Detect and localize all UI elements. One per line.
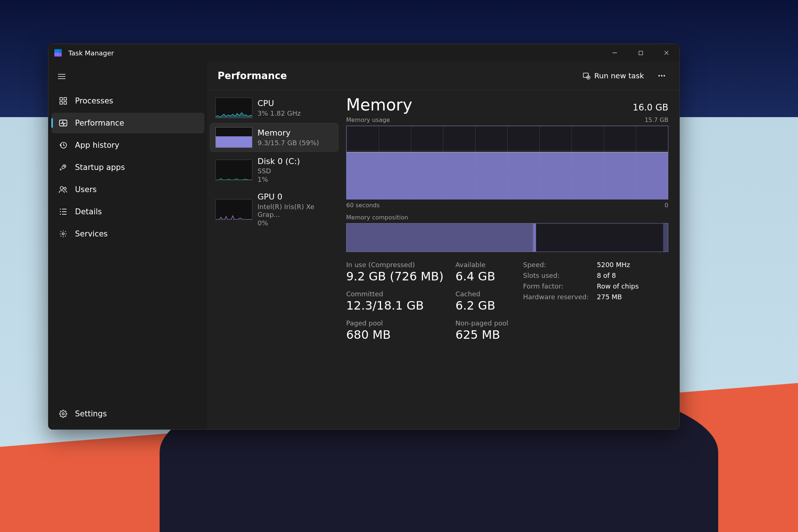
details-icon (59, 207, 68, 216)
available-label: Available (456, 261, 508, 269)
detail-title: Memory (346, 95, 412, 114)
page-title: Performance (218, 70, 287, 81)
cached-label: Cached (456, 290, 508, 298)
sidebar-item-details[interactable]: Details (51, 201, 204, 222)
sidebar-item-label: App history (75, 141, 119, 150)
more-options-button[interactable] (654, 68, 669, 83)
sidebar-item-label: Processes (75, 96, 113, 105)
perf-item-sub2: 1% (258, 175, 300, 183)
memory-usage-fill (347, 152, 668, 199)
disk-thumbnail (215, 160, 252, 180)
perf-item-gpu0[interactable]: GPU 0 Intel(R) Iris(R) Xe Grap... 0% (210, 188, 338, 230)
perf-item-sub: 3% 1.82 GHz (258, 109, 301, 117)
slots-val: 8 of 8 (597, 272, 638, 279)
sidebar-item-label: Performance (75, 119, 124, 127)
svg-rect-8 (64, 98, 66, 100)
perf-sidebar: CPU 3% 1.82 GHz Memory 9.3/15.7 GB (59%) (207, 90, 341, 429)
perf-item-memory[interactable]: Memory 9.3/15.7 GB (59%) (210, 123, 338, 151)
composition-standby (536, 224, 663, 252)
perf-item-cpu[interactable]: CPU 3% 1.82 GHz (210, 94, 338, 122)
window-controls (602, 44, 679, 62)
composition-in-use (347, 224, 533, 252)
svg-point-23 (62, 413, 64, 415)
history-icon (59, 141, 68, 150)
sidebar-item-settings[interactable]: Settings (51, 403, 204, 424)
gear-icon (59, 409, 68, 418)
maximize-button[interactable] (628, 44, 654, 62)
content-header: Performance Run new task (207, 62, 679, 90)
committed-value: 12.3/18.1 GB (346, 299, 444, 313)
speed-key: Speed: (523, 261, 589, 269)
perf-item-sub: SSD (258, 167, 300, 175)
nav-toggle-button[interactable] (53, 68, 71, 85)
sidebar-item-label: Services (75, 229, 108, 238)
task-manager-window: Task Manager Processes (48, 44, 680, 430)
composition-hardware-reserved (663, 224, 668, 252)
nonpaged-label: Non-paged pool (456, 319, 508, 327)
services-icon (59, 229, 68, 238)
hres-key: Hardware reserved: (523, 293, 589, 301)
cpu-thumbnail (215, 98, 252, 118)
sidebar-item-performance[interactable]: Performance (51, 113, 204, 133)
hres-val: 275 MB (597, 293, 638, 301)
cached-value: 6.2 GB (456, 299, 508, 313)
sidebar-item-processes[interactable]: Processes (51, 91, 204, 111)
gpu-thumbnail (215, 199, 252, 220)
perf-item-name: Memory (258, 128, 319, 138)
minimize-button[interactable] (602, 44, 628, 62)
svg-rect-7 (60, 98, 62, 100)
perf-item-name: Disk 0 (C:) (258, 157, 300, 166)
rocket-icon (59, 163, 68, 172)
composition-modified (533, 224, 536, 252)
sidebar-item-services[interactable]: Services (51, 224, 204, 244)
run-new-task-button[interactable]: Run new task (577, 68, 649, 83)
svg-point-13 (64, 166, 65, 167)
main-content: Performance Run new task (207, 62, 679, 429)
run-task-icon (582, 72, 590, 80)
in-use-label: In use (Compressed) (346, 261, 444, 269)
app-icon (54, 49, 62, 57)
stats-specs: Speed: 5200 MHz Slots used: 8 of 8 Form … (523, 261, 639, 342)
perf-item-name: CPU (258, 99, 301, 108)
usage-label: Memory usage (346, 116, 390, 123)
sidebar-item-label: Startup apps (75, 163, 125, 172)
svg-point-29 (661, 75, 662, 76)
app-title: Task Manager (68, 49, 114, 57)
paged-label: Paged pool (346, 319, 444, 327)
pulse-icon (59, 119, 68, 127)
svg-marker-31 (216, 113, 252, 118)
svg-rect-10 (64, 102, 66, 104)
memory-thumbnail (215, 127, 252, 148)
sidebar-item-users[interactable]: Users (51, 179, 204, 200)
perf-item-disk0[interactable]: Disk 0 (C:) SSD 1% (210, 153, 338, 187)
memory-usage-graph (346, 126, 668, 200)
slots-key: Slots used: (523, 272, 589, 279)
perf-item-name: GPU 0 (258, 192, 333, 202)
svg-rect-24 (583, 73, 589, 78)
svg-point-22 (62, 233, 64, 235)
svg-point-28 (658, 75, 660, 76)
sidebar-item-app-history[interactable]: App history (51, 135, 204, 156)
users-icon (59, 185, 68, 194)
detail-pane: Memory 16.0 GB Memory usage 15.7 GB 60 s… (341, 90, 679, 429)
nonpaged-value: 625 MB (456, 328, 508, 342)
speed-val: 5200 MHz (597, 261, 638, 269)
form-val: Row of chips (597, 282, 638, 290)
titlebar: Task Manager (48, 44, 679, 62)
sidebar-item-startup-apps[interactable]: Startup apps (51, 157, 204, 178)
composition-label: Memory composition (346, 214, 668, 221)
sidebar-item-label: Settings (75, 409, 107, 418)
svg-rect-9 (60, 102, 62, 104)
perf-item-sub: Intel(R) Iris(R) Xe Grap... (258, 203, 333, 218)
svg-point-30 (664, 75, 665, 76)
in-use-value: 9.2 GB (726 MB) (346, 269, 444, 283)
detail-total: 16.0 GB (633, 102, 668, 113)
sidebar: Processes Performance App history Startu… (48, 62, 207, 429)
time-left-label: 60 seconds (346, 202, 380, 209)
stats-primary: In use (Compressed) 9.2 GB (726 MB) Avai… (346, 261, 508, 342)
perf-item-sub: 9.3/15.7 GB (59%) (258, 139, 319, 147)
usage-scale: 15.7 GB (645, 116, 668, 123)
close-button[interactable] (654, 44, 679, 62)
form-key: Form factor: (523, 282, 589, 290)
perf-item-sub2: 0% (258, 219, 333, 227)
